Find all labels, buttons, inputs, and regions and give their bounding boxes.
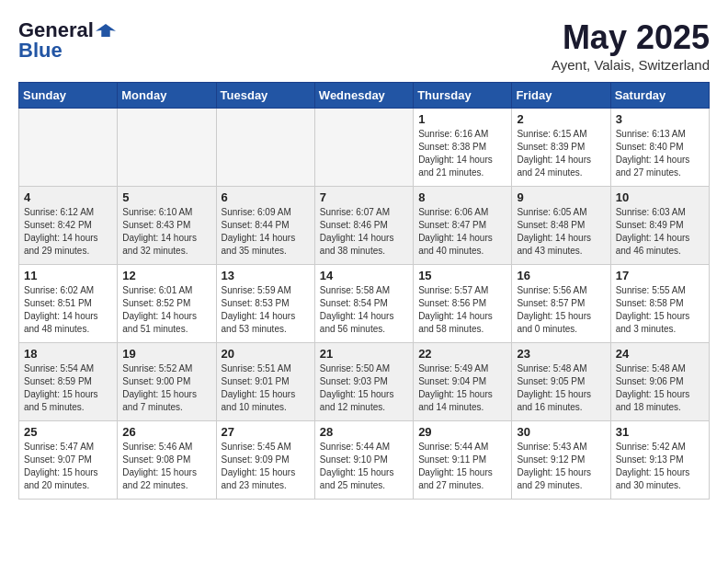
day-info: Sunrise: 5:56 AM Sunset: 8:57 PM Dayligh… xyxy=(517,284,605,336)
calendar-cell: 3Sunrise: 6:13 AM Sunset: 8:40 PM Daylig… xyxy=(610,109,709,187)
day-number: 19 xyxy=(122,347,210,361)
day-number: 1 xyxy=(418,112,506,126)
day-info: Sunrise: 5:44 AM Sunset: 9:11 PM Dayligh… xyxy=(418,441,506,492)
day-number: 7 xyxy=(320,190,408,204)
day-number: 2 xyxy=(517,112,605,126)
day-info: Sunrise: 5:57 AM Sunset: 8:56 PM Dayligh… xyxy=(418,284,506,336)
calendar-cell: 17Sunrise: 5:55 AM Sunset: 8:58 PM Dayli… xyxy=(610,265,709,343)
day-number: 3 xyxy=(616,112,704,126)
day-info: Sunrise: 6:07 AM Sunset: 8:46 PM Dayligh… xyxy=(320,206,408,258)
calendar-cell: 25Sunrise: 5:47 AM Sunset: 9:07 PM Dayli… xyxy=(19,421,118,500)
calendar-cell xyxy=(314,109,413,187)
weekday-header-monday: Monday xyxy=(118,83,216,109)
day-number: 30 xyxy=(517,425,605,439)
day-info: Sunrise: 5:48 AM Sunset: 9:05 PM Dayligh… xyxy=(517,362,605,414)
day-number: 22 xyxy=(418,347,506,361)
day-number: 15 xyxy=(418,269,506,282)
calendar-cell: 8Sunrise: 6:06 AM Sunset: 8:47 PM Daylig… xyxy=(414,187,512,265)
calendar-cell: 9Sunrise: 6:05 AM Sunset: 8:48 PM Daylig… xyxy=(512,187,610,265)
calendar-cell: 30Sunrise: 5:43 AM Sunset: 9:12 PM Dayli… xyxy=(512,421,610,500)
day-info: Sunrise: 6:16 AM Sunset: 8:38 PM Dayligh… xyxy=(418,128,506,179)
calendar-cell xyxy=(19,109,118,187)
calendar-cell: 15Sunrise: 5:57 AM Sunset: 8:56 PM Dayli… xyxy=(414,265,512,343)
day-info: Sunrise: 5:49 AM Sunset: 9:04 PM Dayligh… xyxy=(418,362,506,414)
weekday-header-tuesday: Tuesday xyxy=(216,83,314,109)
calendar-cell: 20Sunrise: 5:51 AM Sunset: 9:01 PM Dayli… xyxy=(216,343,314,421)
calendar-cell: 28Sunrise: 5:44 AM Sunset: 9:10 PM Dayli… xyxy=(314,421,413,500)
calendar-cell: 29Sunrise: 5:44 AM Sunset: 9:11 PM Dayli… xyxy=(414,421,512,500)
day-info: Sunrise: 5:54 AM Sunset: 8:59 PM Dayligh… xyxy=(24,362,112,414)
calendar-cell: 27Sunrise: 5:45 AM Sunset: 9:09 PM Dayli… xyxy=(216,421,314,500)
calendar-cell: 2Sunrise: 6:15 AM Sunset: 8:39 PM Daylig… xyxy=(512,109,610,187)
day-number: 27 xyxy=(222,425,310,439)
day-info: Sunrise: 5:52 AM Sunset: 9:00 PM Dayligh… xyxy=(122,362,210,414)
location: Ayent, Valais, Switzerland xyxy=(552,57,710,73)
day-number: 5 xyxy=(122,190,210,204)
day-number: 29 xyxy=(418,425,506,439)
day-number: 11 xyxy=(24,269,112,282)
calendar-cell: 4Sunrise: 6:12 AM Sunset: 8:42 PM Daylig… xyxy=(19,187,118,265)
calendar-cell: 23Sunrise: 5:48 AM Sunset: 9:05 PM Dayli… xyxy=(512,343,610,421)
day-info: Sunrise: 6:10 AM Sunset: 8:43 PM Dayligh… xyxy=(122,206,210,258)
day-number: 8 xyxy=(418,190,506,204)
calendar-cell: 1Sunrise: 6:16 AM Sunset: 8:38 PM Daylig… xyxy=(414,109,512,187)
logo-blue: Blue xyxy=(18,39,63,62)
calendar-cell: 14Sunrise: 5:58 AM Sunset: 8:54 PM Dayli… xyxy=(314,265,413,343)
page-header: General Blue May 2025 Ayent, Valais, Swi… xyxy=(18,18,710,73)
day-number: 25 xyxy=(24,425,112,439)
day-info: Sunrise: 6:13 AM Sunset: 8:40 PM Dayligh… xyxy=(616,128,704,179)
calendar-cell: 13Sunrise: 5:59 AM Sunset: 8:53 PM Dayli… xyxy=(216,265,314,343)
day-info: Sunrise: 6:06 AM Sunset: 8:47 PM Dayligh… xyxy=(418,206,506,258)
calendar-cell: 10Sunrise: 6:03 AM Sunset: 8:49 PM Dayli… xyxy=(610,187,709,265)
day-number: 17 xyxy=(616,269,704,282)
day-info: Sunrise: 5:58 AM Sunset: 8:54 PM Dayligh… xyxy=(320,284,408,336)
day-number: 16 xyxy=(517,269,605,282)
weekday-header-sunday: Sunday xyxy=(19,83,118,109)
title-block: May 2025 Ayent, Valais, Switzerland xyxy=(552,18,710,73)
calendar-cell: 22Sunrise: 5:49 AM Sunset: 9:04 PM Dayli… xyxy=(414,343,512,421)
day-info: Sunrise: 6:02 AM Sunset: 8:51 PM Dayligh… xyxy=(24,284,112,336)
day-number: 26 xyxy=(122,425,210,439)
day-info: Sunrise: 6:05 AM Sunset: 8:48 PM Dayligh… xyxy=(517,206,605,258)
day-number: 4 xyxy=(24,190,112,204)
day-number: 14 xyxy=(320,269,408,282)
calendar-cell: 7Sunrise: 6:07 AM Sunset: 8:46 PM Daylig… xyxy=(314,187,413,265)
day-info: Sunrise: 5:59 AM Sunset: 8:53 PM Dayligh… xyxy=(222,284,310,336)
logo: General Blue xyxy=(18,18,116,63)
day-info: Sunrise: 5:47 AM Sunset: 9:07 PM Dayligh… xyxy=(24,441,112,492)
day-info: Sunrise: 6:15 AM Sunset: 8:39 PM Dayligh… xyxy=(517,128,605,179)
calendar-table: SundayMondayTuesdayWednesdayThursdayFrid… xyxy=(18,82,710,500)
day-number: 21 xyxy=(320,347,408,361)
day-info: Sunrise: 5:51 AM Sunset: 9:01 PM Dayligh… xyxy=(222,362,310,414)
calendar-cell xyxy=(216,109,314,187)
logo-bird-icon xyxy=(96,20,116,40)
day-info: Sunrise: 5:48 AM Sunset: 9:06 PM Dayligh… xyxy=(616,362,704,414)
day-number: 6 xyxy=(222,190,310,204)
day-info: Sunrise: 5:43 AM Sunset: 9:12 PM Dayligh… xyxy=(517,441,605,492)
day-info: Sunrise: 5:45 AM Sunset: 9:09 PM Dayligh… xyxy=(222,441,310,492)
calendar-cell: 24Sunrise: 5:48 AM Sunset: 9:06 PM Dayli… xyxy=(610,343,709,421)
calendar-cell: 18Sunrise: 5:54 AM Sunset: 8:59 PM Dayli… xyxy=(19,343,118,421)
day-number: 18 xyxy=(24,347,112,361)
day-number: 10 xyxy=(616,190,704,204)
calendar-cell: 21Sunrise: 5:50 AM Sunset: 9:03 PM Dayli… xyxy=(314,343,413,421)
calendar-cell xyxy=(118,109,216,187)
svg-marker-0 xyxy=(96,24,116,37)
day-info: Sunrise: 5:55 AM Sunset: 8:58 PM Dayligh… xyxy=(616,284,704,336)
day-info: Sunrise: 6:01 AM Sunset: 8:52 PM Dayligh… xyxy=(122,284,210,336)
day-number: 28 xyxy=(320,425,408,439)
calendar-cell: 12Sunrise: 6:01 AM Sunset: 8:52 PM Dayli… xyxy=(118,265,216,343)
calendar-cell: 6Sunrise: 6:09 AM Sunset: 8:44 PM Daylig… xyxy=(216,187,314,265)
day-number: 24 xyxy=(616,347,704,361)
day-number: 20 xyxy=(222,347,310,361)
calendar-cell: 5Sunrise: 6:10 AM Sunset: 8:43 PM Daylig… xyxy=(118,187,216,265)
day-number: 12 xyxy=(122,269,210,282)
day-number: 13 xyxy=(222,269,310,282)
day-info: Sunrise: 6:03 AM Sunset: 8:49 PM Dayligh… xyxy=(616,206,704,258)
day-info: Sunrise: 6:12 AM Sunset: 8:42 PM Dayligh… xyxy=(24,206,112,258)
weekday-header-wednesday: Wednesday xyxy=(314,83,413,109)
calendar-cell: 31Sunrise: 5:42 AM Sunset: 9:13 PM Dayli… xyxy=(610,421,709,500)
weekday-header-friday: Friday xyxy=(512,83,610,109)
calendar-cell: 19Sunrise: 5:52 AM Sunset: 9:00 PM Dayli… xyxy=(118,343,216,421)
day-info: Sunrise: 5:50 AM Sunset: 9:03 PM Dayligh… xyxy=(320,362,408,414)
